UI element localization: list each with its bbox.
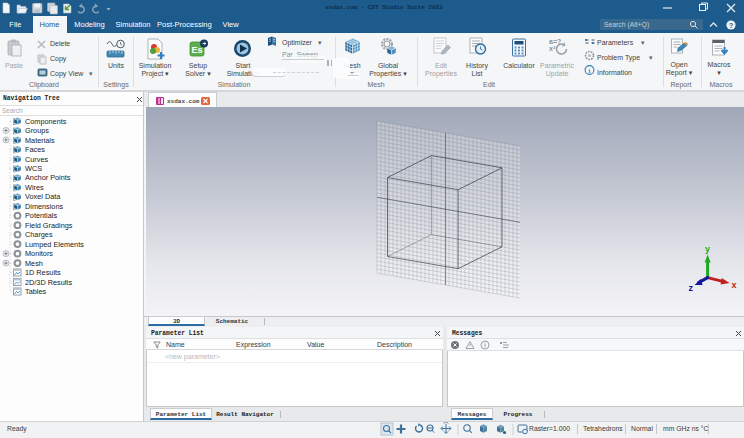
svg-text:Faces: Faces <box>25 145 45 154</box>
svg-text:z: z <box>689 283 694 293</box>
svg-text:Voxel Data: Voxel Data <box>25 192 61 201</box>
svg-text:Tables: Tables <box>25 287 46 296</box>
svg-text:1D Results: 1D Results <box>25 268 61 277</box>
svg-text:WCS: WCS <box>25 164 42 173</box>
svg-text:Dimensions: Dimensions <box>25 202 63 211</box>
svg-text:Anchor Points: Anchor Points <box>25 173 71 182</box>
svg-text:Es: Es <box>191 45 202 55</box>
svg-text:Field Gradings: Field Gradings <box>25 221 73 230</box>
svg-text:x²: x² <box>549 45 556 52</box>
svg-text:Curves: Curves <box>25 155 48 164</box>
svg-text:Monitors: Monitors <box>25 249 53 258</box>
svg-text:Components: Components <box>25 117 67 126</box>
svg-text:Mesh: Mesh <box>25 259 43 268</box>
svg-text:i: i <box>589 67 591 74</box>
svg-text:Charges: Charges <box>25 230 53 239</box>
svg-text:2D/3D Results: 2D/3D Results <box>25 278 72 287</box>
svg-text:Wires: Wires <box>25 183 44 192</box>
svg-text:Potentials: Potentials <box>25 211 57 220</box>
svg-text:Lumped Elements: Lumped Elements <box>25 240 84 249</box>
svg-text:Groups: Groups <box>25 126 49 135</box>
svg-text:x: x <box>732 280 737 290</box>
svg-text:Materials: Materials <box>25 136 55 145</box>
svg-text:y: y <box>705 244 710 254</box>
svg-text:?: ? <box>729 21 734 30</box>
